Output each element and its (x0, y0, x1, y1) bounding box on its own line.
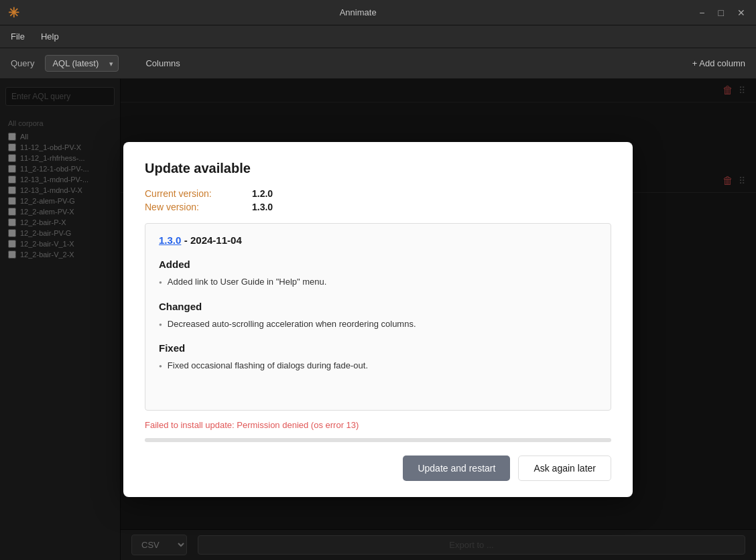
modal-backdrop: Update available Current version: 1.2.0 … (0, 79, 756, 560)
columns-label: Columns (145, 58, 180, 68)
error-message: Failed to install update: Permission den… (123, 411, 633, 434)
changelog-box[interactable]: 1.3.0 - 2024-11-04 Added ● Added link to… (145, 223, 611, 411)
close-button[interactable]: ✕ (735, 6, 748, 19)
current-version-row: Current version: 1.2.0 (145, 188, 611, 199)
current-version-label: Current version: (145, 188, 252, 199)
aql-select-wrap[interactable]: AQL (latest) (45, 55, 119, 72)
ask-later-button[interactable]: Ask again later (518, 456, 611, 481)
new-version-row: New version: 1.3.0 (145, 202, 611, 212)
bullet-icon: ● (159, 279, 162, 285)
changelog-text: Added link to User Guide in "Help" menu. (168, 275, 327, 289)
update-restart-button[interactable]: Update and restart (403, 456, 510, 481)
query-label: Query (11, 58, 34, 68)
menu-bar: File Help (0, 25, 756, 48)
menu-file[interactable]: File (11, 31, 25, 42)
title-bar: ✳ Annimate − □ ✕ (0, 0, 756, 25)
main-area: All corpora All 11-12_1-obd-PV-X 11-12_1… (0, 79, 756, 560)
minimize-button[interactable]: − (696, 6, 707, 19)
changelog-section-changed: Changed (159, 301, 597, 312)
window-controls: − □ ✕ (696, 6, 748, 19)
menu-help[interactable]: Help (41, 31, 59, 42)
bullet-icon: ● (159, 322, 162, 328)
new-version-value: 1.3.0 (252, 202, 273, 212)
changelog-section-fixed: Fixed (159, 342, 597, 354)
app-logo: ✳ (8, 5, 19, 21)
new-version-label: New version: (145, 202, 252, 212)
maximize-button[interactable]: □ (716, 6, 727, 19)
update-modal: Update available Current version: 1.2.0 … (123, 142, 633, 497)
changelog-section-added: Added (159, 259, 597, 270)
changelog-item: ● Added link to User Guide in "Help" men… (159, 275, 597, 289)
app-title: Annimate (340, 7, 377, 17)
changelog-item: ● Decreased auto-scrolling acceleration … (159, 318, 597, 331)
bullet-icon: ● (159, 363, 162, 369)
toolbar: Query AQL (latest) Columns + Add column (0, 48, 756, 79)
changelog-date: - 2024-11-04 (184, 234, 242, 246)
changelog-header: 1.3.0 - 2024-11-04 (159, 234, 597, 247)
progress-area (123, 434, 633, 442)
aql-select[interactable]: AQL (latest) (45, 55, 119, 72)
changelog-version-link[interactable]: 1.3.0 (159, 234, 181, 246)
add-column-button[interactable]: + Add column (692, 58, 745, 68)
modal-title: Update available (145, 161, 611, 176)
changelog-text: Decreased auto-scrolling acceleration wh… (168, 318, 416, 331)
current-version-value: 1.2.0 (252, 188, 273, 199)
modal-body: Update available Current version: 1.2.0 … (123, 142, 633, 411)
modal-footer: Update and restart Ask again later (123, 442, 633, 497)
changelog-text: Fixed occasional flashing of dialogs dur… (168, 359, 368, 372)
changelog-item: ● Fixed occasional flashing of dialogs d… (159, 359, 597, 372)
